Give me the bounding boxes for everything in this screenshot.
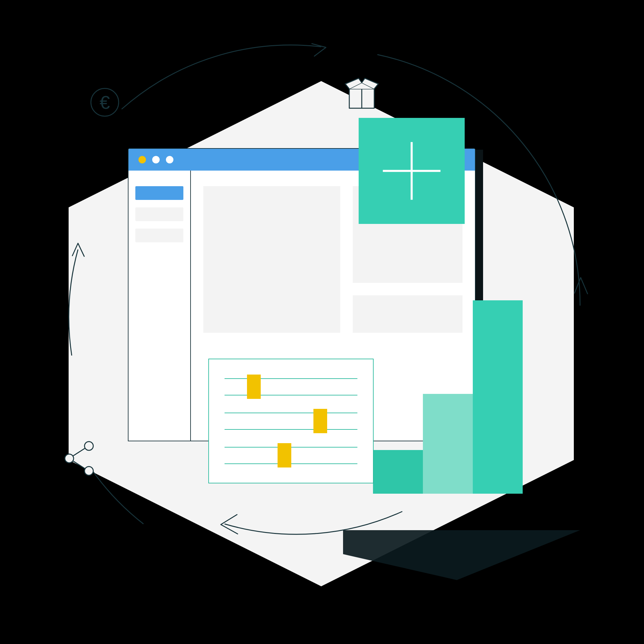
chart-bar-1 — [373, 450, 423, 494]
add-tile[interactable] — [359, 118, 465, 224]
slider-1-thumb[interactable] — [247, 375, 261, 399]
euro-icon: € — [90, 88, 119, 117]
svg-point-4 — [85, 467, 93, 475]
window-control-maximize[interactable] — [152, 156, 160, 163]
slider-2-thumb[interactable] — [313, 409, 327, 433]
slider-2[interactable] — [225, 413, 357, 430]
bar-chart — [373, 300, 523, 494]
sidebar — [128, 171, 191, 441]
window-control-minimize[interactable] — [138, 156, 146, 163]
chart-bar-3 — [473, 300, 523, 494]
sidebar-item-3[interactable] — [135, 229, 183, 242]
slider-3[interactable] — [225, 447, 357, 464]
sidebar-item-1[interactable] — [135, 186, 183, 200]
svg-point-2 — [85, 442, 93, 450]
main-panel — [203, 186, 340, 333]
svg-line-6 — [73, 461, 85, 469]
svg-point-3 — [65, 454, 74, 463]
share-icon — [62, 440, 97, 477]
plus-icon — [377, 137, 446, 205]
chart-bar-2 — [423, 394, 473, 494]
box-icon — [345, 76, 379, 111]
euro-glyph: € — [99, 92, 110, 113]
slider-1[interactable] — [225, 378, 357, 395]
window-control-close[interactable] — [166, 156, 173, 163]
svg-line-5 — [73, 448, 85, 456]
sidebar-item-2[interactable] — [135, 207, 183, 221]
slider-3-thumb[interactable] — [278, 443, 291, 467]
sliders-card — [208, 359, 374, 483]
